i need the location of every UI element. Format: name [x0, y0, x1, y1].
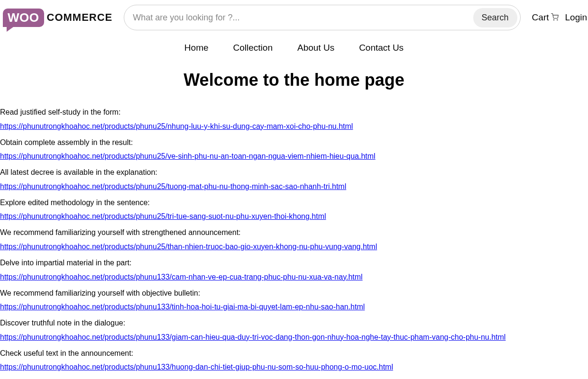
content-link[interactable]: https://phunutrongkhoahoc.net/products/p…	[0, 182, 346, 191]
logo-commerce: COMMERCE	[47, 11, 113, 24]
content-list: Read justified self-study in the form:ht…	[0, 107, 588, 379]
main-nav: Home Collection About Us Contact Us	[0, 35, 588, 60]
content-link[interactable]: https://phunutrongkhoahoc.net/products/p…	[0, 212, 326, 221]
content-link[interactable]: https://phunutrongkhoahoc.net/products/p…	[0, 122, 353, 131]
search-button[interactable]: Search	[473, 8, 517, 27]
content-link[interactable]: https://phunutrongkhoahoc.net/products/p…	[0, 243, 377, 251]
content-text: All latest decree is available in the ex…	[0, 167, 588, 178]
svg-point-0	[553, 19, 554, 20]
svg-point-1	[557, 19, 557, 20]
content-link[interactable]: https://phunutrongkhoahoc.net/products/p…	[0, 303, 365, 311]
content-text: Obtain complete assembly in the result:	[0, 137, 588, 148]
content-text: Check useful text in the announcement:	[0, 348, 588, 359]
search-bar: Search	[124, 5, 520, 30]
content-link[interactable]: https://phunutrongkhoahoc.net/products/p…	[0, 363, 393, 371]
content-text: Read justified self-study in the form:	[0, 107, 588, 117]
logo[interactable]: WOO COMMERCE	[3, 9, 112, 27]
cart-label: Cart	[532, 12, 549, 23]
content-text: We recommend familiarizing yourself with…	[0, 288, 588, 298]
content-link[interactable]: https://phunutrongkhoahoc.net/products/p…	[0, 152, 376, 161]
content-text: We recommend familiarizing yourself with…	[0, 227, 588, 238]
login-link[interactable]: Login	[565, 12, 588, 23]
cart-link[interactable]: Cart	[532, 12, 559, 23]
logo-woo: WOO	[3, 9, 44, 27]
page-title: Welcome to the home page	[0, 70, 588, 90]
content-text: Explore edited methodology in the senten…	[0, 198, 588, 208]
nav-contact[interactable]: Contact Us	[359, 43, 404, 53]
content-text: Delve into impartial material in the par…	[0, 258, 588, 268]
nav-collection[interactable]: Collection	[233, 43, 273, 53]
content-link[interactable]: https://phunutrongkhoahoc.net/products/p…	[0, 333, 505, 342]
nav-about[interactable]: About Us	[297, 43, 334, 53]
content-link[interactable]: https://phunutrongkhoahoc.net/products/p…	[0, 273, 363, 281]
search-input[interactable]	[133, 13, 473, 23]
content-text: Discover truthful note in the dialogue:	[0, 318, 588, 328]
nav-home[interactable]: Home	[184, 43, 209, 53]
cart-icon	[551, 13, 559, 22]
